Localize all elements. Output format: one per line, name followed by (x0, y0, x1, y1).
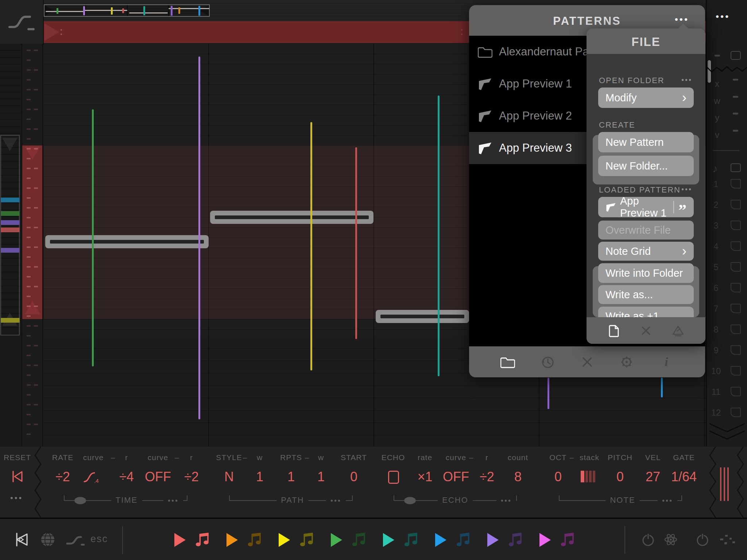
reset-skip-back-button[interactable] (10, 469, 25, 484)
esc-button[interactable]: esc (90, 533, 108, 545)
param-label: count (508, 453, 528, 462)
track-note-button[interactable] (299, 532, 314, 548)
globe-icon[interactable] (39, 531, 56, 548)
track-note-button[interactable] (195, 532, 210, 548)
clef-checkbox[interactable] (731, 163, 741, 172)
group-options-button[interactable]: ••• (496, 497, 516, 505)
track-play-button[interactable] (174, 533, 186, 547)
track-note-button[interactable] (508, 532, 523, 548)
document-tab-icon[interactable] (607, 324, 620, 337)
group-options-button[interactable]: ••• (658, 497, 677, 505)
track-play-button[interactable] (539, 533, 551, 547)
row-checkbox[interactable] (731, 387, 741, 396)
param-value[interactable]: 8 (514, 469, 522, 485)
track-note-button[interactable] (247, 532, 262, 548)
note-bar[interactable] (45, 235, 209, 248)
publish-tab-icon[interactable] (671, 324, 685, 337)
param-value[interactable]: 1 (256, 469, 263, 485)
scatter-dots-icon[interactable] (719, 534, 735, 546)
track-note-button[interactable] (456, 532, 471, 548)
param-value[interactable]: 0 (616, 469, 624, 485)
new-folder-button[interactable]: New Folder... (598, 156, 694, 176)
overwrite-file-button[interactable]: Overwrite File (598, 221, 694, 240)
param-label: – (305, 453, 310, 462)
param-value[interactable]: ×1 (417, 469, 432, 485)
track-note-button[interactable] (351, 532, 367, 548)
note-bar[interactable] (210, 211, 374, 224)
track-play-button[interactable] (279, 533, 290, 547)
curve-shape-value[interactable]: .4 (83, 471, 100, 484)
close-tab-icon[interactable] (580, 355, 595, 369)
param-value[interactable]: OFF (443, 469, 469, 485)
track-play-button[interactable] (331, 533, 342, 547)
play-all-button[interactable] (13, 530, 31, 549)
write-into-folder-button[interactable]: Write into Folder (598, 263, 694, 283)
top-checkbox[interactable] (731, 51, 741, 60)
write-as-button[interactable]: Write as... (598, 285, 694, 304)
ramp-curve-icon[interactable] (7, 12, 36, 31)
row-checkbox[interactable] (731, 241, 741, 251)
pattern-minimap[interactable] (44, 4, 210, 17)
row-checkbox[interactable] (731, 262, 741, 272)
modify-button[interactable]: Modify › (598, 88, 694, 108)
drag-handle-bars[interactable] (720, 467, 729, 501)
close-tab-icon[interactable] (639, 324, 653, 337)
folder-tab-icon[interactable] (500, 355, 515, 369)
info-tab-icon[interactable]: i (659, 355, 674, 369)
screen-menu-button[interactable]: ••• (716, 11, 730, 22)
row-checkbox[interactable] (731, 304, 741, 313)
row-checkbox[interactable] (731, 324, 741, 334)
echo-toggle-checkbox[interactable] (388, 471, 399, 484)
param-value[interactable]: 1 (287, 469, 295, 485)
param-value[interactable]: OFF (145, 469, 171, 485)
row-checkbox[interactable] (731, 200, 741, 209)
track-play-button[interactable] (435, 533, 446, 547)
param-value[interactable]: 0 (350, 469, 357, 485)
power-icon[interactable] (695, 532, 710, 547)
param-value[interactable]: ÷2 (184, 469, 199, 485)
gear-tab-icon[interactable] (619, 355, 634, 369)
param-value[interactable]: ÷2 (55, 469, 70, 485)
param-value[interactable]: 0 (554, 469, 562, 485)
param-value[interactable]: 1/64 (671, 469, 697, 485)
track-play-button[interactable] (487, 533, 499, 547)
ramp-curve-icon[interactable] (66, 535, 85, 546)
row-checkbox[interactable] (731, 345, 741, 355)
track-play-button[interactable] (383, 533, 394, 547)
row-checkbox[interactable] (731, 366, 741, 376)
stack-value-bars[interactable] (581, 471, 595, 482)
note-grid-button[interactable]: Note Grid › (598, 242, 694, 261)
write-into-folder-label: Write into Folder (605, 267, 686, 279)
group-options-button[interactable]: ••• (163, 497, 183, 505)
group-options-button[interactable]: ••• (326, 497, 346, 505)
param-value[interactable]: ÷4 (119, 469, 134, 485)
group-label: PATH (276, 495, 308, 505)
track-play-button[interactable] (227, 533, 238, 547)
param-value[interactable]: 27 (646, 469, 660, 485)
reset-options-button[interactable]: ••• (10, 493, 23, 503)
param-value[interactable]: N (224, 469, 234, 485)
note-bar[interactable] (376, 310, 469, 323)
loaded-pattern-button[interactable]: App Preview 1 ” (598, 197, 694, 217)
pitch-note-bar (1, 220, 20, 225)
track-note-button[interactable] (560, 532, 575, 548)
minimap-playhead-tick (111, 7, 113, 15)
track-note-button[interactable] (403, 532, 419, 548)
row-checkbox[interactable] (731, 283, 741, 292)
power-icon[interactable] (640, 532, 656, 547)
row-checkbox[interactable] (731, 221, 741, 230)
param-value[interactable]: 1 (317, 469, 325, 485)
row-checkbox[interactable] (731, 408, 741, 417)
group-knob-icon[interactable] (74, 497, 86, 504)
open-folder-options-button[interactable]: ••• (681, 76, 692, 84)
new-pattern-button[interactable]: New Pattern (598, 132, 694, 152)
beat-ruler-lane[interactable] (22, 44, 43, 447)
group-knob-icon[interactable] (404, 497, 416, 504)
param-value[interactable]: ÷2 (480, 469, 494, 485)
pitch-overview-lane[interactable] (0, 44, 21, 447)
history-tab-icon[interactable] (540, 355, 555, 369)
atom-icon[interactable] (663, 532, 678, 547)
row-checkbox[interactable] (731, 179, 741, 188)
loaded-pattern-options-button[interactable]: ••• (681, 185, 692, 194)
scroll-up-arrow[interactable] (2, 138, 18, 151)
